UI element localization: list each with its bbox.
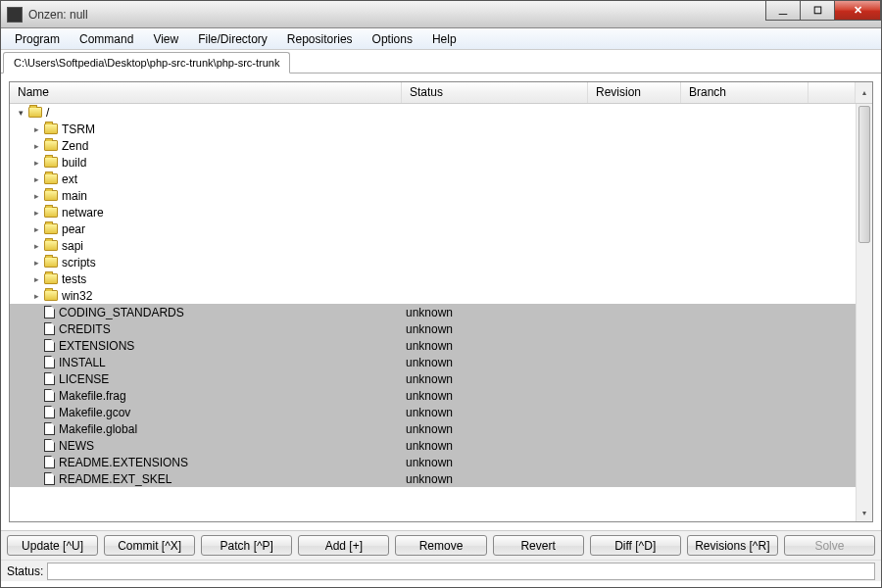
- file-icon: [44, 456, 55, 468]
- folder-row[interactable]: sapi: [10, 237, 872, 254]
- folder-row[interactable]: Zend: [10, 137, 872, 154]
- row-label: pear: [62, 222, 85, 236]
- chevron-right-icon[interactable]: [31, 173, 42, 184]
- scroll-up-icon[interactable]: [856, 82, 872, 103]
- row-label: netware: [62, 206, 104, 220]
- tree-panel: Name Status Revision Branch /TSRMZendbui…: [9, 81, 873, 522]
- chevron-right-icon[interactable]: [31, 140, 42, 151]
- menubar: Program Command View File/Directory Repo…: [1, 28, 881, 50]
- add-button[interactable]: Add [+]: [298, 535, 389, 556]
- folder-row[interactable]: scripts: [10, 254, 872, 270]
- file-row[interactable]: README.EXT_SKELunknown: [10, 470, 872, 487]
- file-row[interactable]: LICENSEunknown: [10, 370, 872, 387]
- patch-button[interactable]: Patch [^P]: [201, 535, 292, 556]
- folder-row[interactable]: build: [10, 154, 872, 171]
- row-label: ext: [62, 172, 77, 186]
- file-row[interactable]: NEWSunknown: [10, 437, 872, 454]
- tabstrip: C:\Users\Softpedia\Desktop\php-src-trunk…: [1, 50, 881, 74]
- row-status: unknown: [402, 439, 588, 453]
- row-label: tests: [62, 272, 86, 286]
- chevron-right-icon[interactable]: [31, 157, 42, 168]
- row-label: Zend: [62, 139, 88, 153]
- update-button[interactable]: Update [^U]: [7, 535, 98, 556]
- row-status: unknown: [402, 322, 588, 336]
- app-icon: [7, 7, 23, 23]
- column-name[interactable]: Name: [10, 82, 402, 103]
- close-button[interactable]: [834, 1, 881, 21]
- column-branch[interactable]: Branch: [681, 82, 808, 103]
- chevron-right-icon[interactable]: [31, 257, 42, 268]
- file-icon: [44, 322, 55, 335]
- tab-active[interactable]: C:\Users\Softpedia\Desktop\php-src-trunk…: [3, 52, 290, 74]
- file-icon: [44, 306, 55, 318]
- commit-button[interactable]: Commit [^X]: [104, 535, 195, 556]
- folder-icon: [44, 140, 58, 151]
- folder-row[interactable]: TSRM: [10, 121, 872, 137]
- chevron-right-icon[interactable]: [31, 190, 42, 201]
- chevron-down-icon[interactable]: [16, 107, 26, 118]
- minimize-button[interactable]: [765, 1, 801, 21]
- row-label: EXTENSIONS: [59, 339, 134, 353]
- row-label: README.EXTENSIONS: [59, 456, 188, 469]
- file-row[interactable]: EXTENSIONSunknown: [10, 337, 872, 354]
- row-status: unknown: [402, 356, 588, 369]
- column-headers: Name Status Revision Branch: [10, 82, 872, 104]
- folder-icon: [44, 207, 58, 218]
- folder-row[interactable]: ext: [10, 171, 872, 187]
- row-status: unknown: [402, 339, 588, 353]
- file-row[interactable]: Makefile.globalunknown: [10, 420, 872, 437]
- folder-row[interactable]: netware: [10, 204, 872, 220]
- menu-help[interactable]: Help: [422, 29, 466, 49]
- row-label: build: [62, 156, 86, 170]
- row-label: sapi: [62, 239, 83, 253]
- chevron-right-icon[interactable]: [31, 290, 42, 301]
- file-row[interactable]: CODING_STANDARDSunknown: [10, 304, 872, 320]
- window-controls: [766, 1, 881, 21]
- column-spacer: [808, 82, 856, 103]
- chevron-right-icon[interactable]: [31, 273, 42, 284]
- menu-repositories[interactable]: Repositories: [277, 29, 363, 49]
- remove-button[interactable]: Remove: [395, 535, 486, 556]
- scroll-down-icon[interactable]: [857, 505, 872, 521]
- row-label: scripts: [62, 256, 96, 270]
- chevron-right-icon[interactable]: [31, 207, 42, 218]
- revisions-button[interactable]: Revisions [^R]: [687, 535, 778, 556]
- folder-row[interactable]: /: [10, 104, 872, 121]
- row-status: unknown: [402, 389, 588, 403]
- chevron-right-icon[interactable]: [31, 223, 42, 234]
- file-row[interactable]: Makefile.fragunknown: [10, 387, 872, 404]
- diff-button[interactable]: Diff [^D]: [590, 535, 681, 556]
- folder-icon: [44, 240, 58, 251]
- column-revision[interactable]: Revision: [588, 82, 681, 103]
- row-label: win32: [62, 289, 92, 303]
- solve-button[interactable]: Solve: [784, 535, 875, 556]
- file-icon: [44, 472, 55, 485]
- menu-command[interactable]: Command: [70, 29, 143, 49]
- file-row[interactable]: README.EXTENSIONSunknown: [10, 454, 872, 470]
- folder-row[interactable]: tests: [10, 270, 872, 287]
- file-icon: [44, 439, 55, 452]
- folder-icon: [28, 107, 42, 118]
- maximize-button[interactable]: [800, 1, 835, 21]
- folder-row[interactable]: pear: [10, 220, 872, 237]
- folder-row[interactable]: main: [10, 187, 872, 204]
- scrollbar-thumb[interactable]: [858, 106, 870, 243]
- file-row[interactable]: INSTALLunknown: [10, 354, 872, 370]
- column-status[interactable]: Status: [402, 82, 588, 103]
- tree-body[interactable]: /TSRMZendbuildextmainnetwarepearsapiscri…: [10, 104, 872, 521]
- vertical-scrollbar[interactable]: [856, 104, 872, 521]
- file-row[interactable]: Makefile.gcovunknown: [10, 404, 872, 420]
- row-label: Makefile.gcov: [59, 406, 130, 419]
- menu-view[interactable]: View: [143, 29, 188, 49]
- folder-row[interactable]: win32: [10, 287, 872, 304]
- revert-button[interactable]: Revert: [493, 535, 584, 556]
- file-row[interactable]: CREDITSunknown: [10, 320, 872, 337]
- chevron-right-icon[interactable]: [31, 240, 42, 251]
- menu-program[interactable]: Program: [5, 29, 70, 49]
- titlebar: Onzen: null: [1, 1, 881, 28]
- row-label: README.EXT_SKEL: [59, 472, 172, 486]
- folder-icon: [44, 290, 58, 301]
- menu-file-directory[interactable]: File/Directory: [188, 29, 277, 49]
- chevron-right-icon[interactable]: [31, 123, 42, 134]
- menu-options[interactable]: Options: [363, 29, 422, 49]
